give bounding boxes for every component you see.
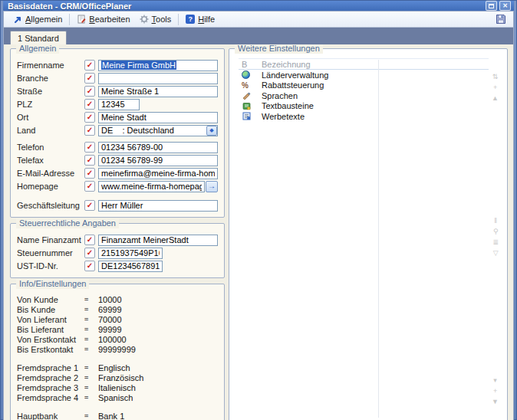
grid-sort-button[interactable]: ⇅ <box>492 74 499 80</box>
land-select[interactable]: DE : Deutschland ◆ <box>98 125 218 136</box>
row-label: Sprachen <box>262 91 298 100</box>
edit-check-button[interactable]: ✓ <box>84 168 95 179</box>
info-label: Bis Kunde <box>17 305 84 314</box>
edit-check-button[interactable]: ✓ <box>84 86 95 97</box>
check-icon: ✓ <box>87 74 93 82</box>
homepage-input[interactable] <box>98 181 205 192</box>
dropdown-button[interactable]: ◆ <box>206 126 217 136</box>
field-label: PLZ <box>17 100 84 109</box>
tab-standard[interactable]: 1 Standard <box>10 31 67 44</box>
group-title: Info/Einstellungen <box>16 279 89 289</box>
info-row: Bis Lieferant=99999 <box>17 324 218 334</box>
check-icon: ✓ <box>87 87 93 95</box>
firmenname-input[interactable]: Meine Firma GmbH <box>98 60 218 71</box>
group-title: Steuerrechtliche Angaben <box>16 218 119 228</box>
check-icon: ✓ <box>87 61 93 69</box>
grid-filter-button[interactable]: ▽ <box>493 250 499 257</box>
edit-check-button[interactable]: ✓ <box>84 60 95 71</box>
grid-end-button[interactable]: ▼ <box>492 399 499 405</box>
check-icon: ✓ <box>87 126 93 134</box>
field-row: Straße ✓ <box>17 85 218 97</box>
menu-allgemein[interactable]: Allgemein <box>8 12 67 27</box>
menu-bearbeiten[interactable]: Bearbeiten <box>72 12 134 27</box>
finanzamt-input[interactable] <box>98 235 218 246</box>
email-input[interactable] <box>98 168 218 179</box>
grid-up-button[interactable]: ▲ <box>492 95 499 102</box>
edit-check-button[interactable]: ✓ <box>84 155 95 166</box>
save-button[interactable] <box>493 12 509 26</box>
spacer <box>17 402 218 411</box>
edit-check-button[interactable]: ✓ <box>84 261 95 271</box>
grid-down-button[interactable]: ▾ <box>493 377 497 384</box>
equals-icon: = <box>84 336 98 343</box>
percent-icon: % <box>242 81 249 90</box>
gear-icon <box>140 15 149 24</box>
info-value: Englisch <box>98 363 130 372</box>
table-row[interactable]: % Rabattsteuerung <box>239 80 489 91</box>
geschaeftsleitung-input[interactable] <box>98 200 218 212</box>
ustid-input[interactable] <box>98 261 163 272</box>
info-label: Hauptbank <box>17 412 84 420</box>
edit-check-button[interactable]: ✓ <box>84 181 95 192</box>
info-value: 99999 <box>98 325 122 334</box>
tab-strip: 1 Standard <box>4 28 513 44</box>
edit-check-button[interactable]: ✓ <box>84 99 95 110</box>
check-icon: ✓ <box>87 143 93 151</box>
edit-check-button[interactable]: ✓ <box>84 248 95 258</box>
info-value: Italienisch <box>98 383 136 392</box>
edit-check-button[interactable]: ✓ <box>84 142 95 153</box>
edit-check-button[interactable]: ✓ <box>84 73 95 84</box>
info-value: Französisch <box>98 373 143 382</box>
settings-table: B Bezeichnung Länderverwaltung % Rabatts… <box>234 57 502 420</box>
edit-page-icon <box>77 15 86 24</box>
equals-icon: = <box>84 296 98 304</box>
field-row: Steuernummer ✓ <box>17 247 218 259</box>
check-icon: ✓ <box>87 100 93 108</box>
grid-add-button[interactable]: + <box>493 84 497 91</box>
grid-add2-button[interactable]: + <box>493 388 497 395</box>
table-row[interactable]: Sprachen <box>239 90 489 101</box>
spacer <box>17 354 218 363</box>
branche-input[interactable] <box>98 73 218 84</box>
grid-columns-button[interactable]: ‖ <box>494 218 497 225</box>
table-row[interactable]: Länderverwaltung <box>239 70 489 80</box>
info-label: Bis Lieferant <box>17 325 84 334</box>
telefon-input[interactable] <box>98 142 218 153</box>
field-row: Telefax ✓ <box>17 154 218 166</box>
column-header-bezeichnung[interactable]: Bezeichnung <box>262 60 311 69</box>
check-icon: ✓ <box>87 262 93 270</box>
table-header[interactable]: B Bezeichnung <box>239 58 489 70</box>
menu-hilfe[interactable]: ? Hilfe <box>181 12 219 27</box>
close-button[interactable]: ✕ <box>499 1 511 11</box>
steuernummer-input[interactable] <box>98 248 163 259</box>
telefax-input[interactable] <box>98 155 218 166</box>
tab-label: 1 Standard <box>18 34 59 43</box>
textblocks-icon <box>242 101 251 110</box>
edit-check-button[interactable]: ✓ <box>84 235 95 245</box>
field-label: Name Finanzamt <box>17 235 84 244</box>
edit-check-button[interactable]: ✓ <box>84 112 95 123</box>
right-column: Weitere Einstellungen B Bezeichnung Länd… <box>229 48 508 420</box>
menu-tools[interactable]: Tools <box>135 12 176 27</box>
table-row[interactable]: Textbausteine <box>239 101 489 112</box>
ort-input[interactable] <box>98 112 218 123</box>
restore-icon <box>489 4 494 8</box>
info-value: 99999999 <box>98 345 136 354</box>
open-homepage-button[interactable]: → <box>206 181 218 192</box>
plz-input[interactable] <box>98 99 140 110</box>
edit-check-button[interactable]: ✓ <box>84 200 95 211</box>
restore-button[interactable] <box>486 1 497 11</box>
grid-search-button[interactable]: ⚲ <box>493 228 499 235</box>
grid-list-button[interactable]: ≣ <box>492 239 499 246</box>
info-row: Von Lieferant=70000 <box>17 314 218 324</box>
equals-icon: = <box>84 306 98 313</box>
edit-check-button[interactable]: ✓ <box>84 125 95 136</box>
strasse-input[interactable] <box>98 86 218 97</box>
column-header-b[interactable]: B <box>239 60 262 69</box>
field-row: Ort ✓ <box>17 111 218 123</box>
info-label: Bis Erstkontakt <box>17 345 84 354</box>
left-column: Allgemein Firmenname ✓ Meine Firma GmbH … <box>10 48 225 420</box>
spacer <box>17 193 218 199</box>
field-row: Firmenname ✓ Meine Firma GmbH <box>17 59 218 71</box>
table-row[interactable]: Werbetexte <box>239 111 489 122</box>
